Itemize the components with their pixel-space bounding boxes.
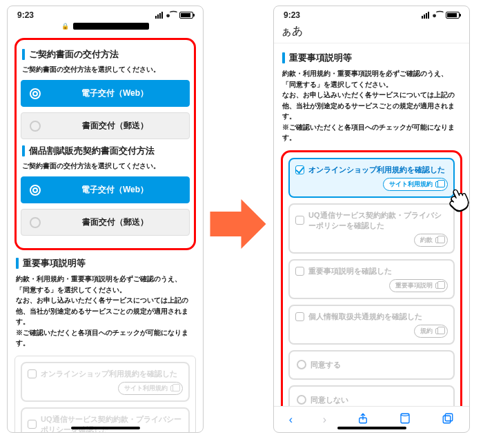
section-bar-icon xyxy=(22,49,25,60)
explanatory-paragraph: 約款・利用規約・重要事項説明を必ずご確認のうえ、「同意する」を選択してください。… xyxy=(282,68,461,143)
radio-icon xyxy=(297,395,306,405)
tabs-button[interactable] xyxy=(442,412,454,427)
section-title-important-matters: 重要事項説明等 xyxy=(282,52,461,64)
phone-screenshot-left: 9:23 ●⁀ 🔒 ご契約書面の交付方法 ご契約書面の交付方法を選択してください… xyxy=(7,6,204,433)
term-online-shop: オンラインショップ利用規約を確認した サイト利用規約 xyxy=(21,362,190,402)
term-personal-info[interactable]: 個人情報取扱共通規約を確認した 規約 xyxy=(288,305,455,345)
explanatory-paragraph: 約款・利用規約・重要事項説明を必ずご確認のうえ、「同意する」を選択してください。… xyxy=(16,274,195,349)
section-title-important-matters: 重要事項説明等 xyxy=(16,257,195,269)
checkbox-icon xyxy=(28,420,37,429)
status-time: 9:23 xyxy=(17,10,34,20)
external-link-icon xyxy=(435,283,442,289)
checkbox-icon xyxy=(295,312,304,321)
terms-link-pill: サイト利用規約 xyxy=(118,382,183,395)
signal-icon xyxy=(155,12,163,19)
terms-link-pill[interactable]: サイト利用規約 xyxy=(383,178,448,191)
section-bar-icon xyxy=(22,145,25,156)
section-subtitle: ご契約書面の交付方法を選択してください。 xyxy=(22,65,188,74)
term-online-shop[interactable]: オンラインショップ利用規約を確認した サイト利用規約 xyxy=(288,158,455,198)
external-link-icon xyxy=(435,237,442,243)
radio-icon xyxy=(30,88,41,99)
term-uq-service[interactable]: UQ通信サービス契約約款・プライバシーポリシーを確認した 約款 xyxy=(288,203,455,254)
arrow-next-step xyxy=(207,193,269,255)
checkbox-icon xyxy=(295,216,304,225)
wifi-icon: ●⁀ xyxy=(166,11,177,20)
home-indicator xyxy=(337,427,406,429)
signal-icon xyxy=(422,12,429,19)
option-disagree[interactable]: 同意しない xyxy=(288,385,455,407)
checkbox-icon xyxy=(295,267,304,276)
external-link-icon xyxy=(435,181,442,187)
highlight-box-delivery-methods: ご契約書面の交付方法 ご契約書面の交付方法を選択してください。 電子交付（Web… xyxy=(14,38,196,250)
battery-icon xyxy=(446,12,460,19)
option-agree[interactable]: 同意する xyxy=(288,350,455,380)
wifi-icon: ●⁀ xyxy=(432,11,443,20)
terms-link-pill[interactable]: 重要事項説明 xyxy=(389,279,448,292)
radio-icon xyxy=(297,360,306,369)
option-paper-delivery-2[interactable]: 書面交付（郵送） xyxy=(21,209,190,236)
status-bar: 9:23 ●⁀ xyxy=(274,6,469,21)
address-bar[interactable]: ぁあ xyxy=(274,21,469,43)
radio-icon xyxy=(30,121,41,132)
section-subtitle: ご契約書面の交付方法を選択してください。 xyxy=(22,161,188,171)
battery-icon xyxy=(179,12,193,19)
checkbox-icon xyxy=(28,369,37,378)
section-title-contract-delivery: ご契約書面の交付方法 xyxy=(22,48,188,61)
svg-rect-2 xyxy=(445,414,453,421)
option-paper-delivery[interactable]: 書面交付（郵送） xyxy=(21,112,190,139)
section-bar-icon xyxy=(16,258,19,269)
option-electronic-delivery-2[interactable]: 電子交付（Web） xyxy=(21,176,190,203)
address-bar: 🔒 xyxy=(8,21,203,34)
status-bar: 9:23 ●⁀ xyxy=(8,6,203,21)
radio-icon xyxy=(30,185,41,196)
lock-icon: 🔒 xyxy=(61,23,69,30)
bookmarks-button[interactable] xyxy=(399,412,411,427)
radio-icon xyxy=(30,217,41,228)
term-important-matters[interactable]: 重要事項説明を確認した 重要事項説明 xyxy=(288,259,455,299)
forward-button[interactable]: › xyxy=(323,414,326,426)
svg-marker-0 xyxy=(210,199,266,249)
checkbox-icon xyxy=(295,165,304,174)
highlight-box-terms: オンラインショップ利用規約を確認した サイト利用規約 UQ通信サービス契約約款・… xyxy=(281,150,462,407)
terms-link-pill[interactable]: 約款 xyxy=(414,234,448,247)
url-redacted xyxy=(73,23,149,30)
back-button[interactable]: ‹ xyxy=(289,414,293,426)
home-indicator xyxy=(71,427,140,429)
terms-link-pill[interactable]: 規約 xyxy=(414,325,448,338)
option-electronic-delivery[interactable]: 電子交付（Web） xyxy=(21,80,190,107)
share-button[interactable] xyxy=(357,412,369,427)
section-title-installment-delivery: 個品割賦販売契約書面交付方法 xyxy=(22,145,188,157)
section-bar-icon xyxy=(282,52,285,63)
terms-list-disabled: オンラインショップ利用規約を確認した サイト利用規約 UQ通信サービス契約約款・… xyxy=(14,356,196,433)
external-link-icon xyxy=(435,328,442,334)
svg-rect-3 xyxy=(443,416,451,423)
external-link-icon xyxy=(170,385,177,391)
phone-screenshot-right: 9:23 ●⁀ ぁあ 重要事項説明等 約款・利用規約・重要事項説明を必ずご確認の… xyxy=(273,6,470,433)
status-time: 9:23 xyxy=(284,10,300,20)
text-size-control[interactable]: ぁあ xyxy=(281,24,303,39)
